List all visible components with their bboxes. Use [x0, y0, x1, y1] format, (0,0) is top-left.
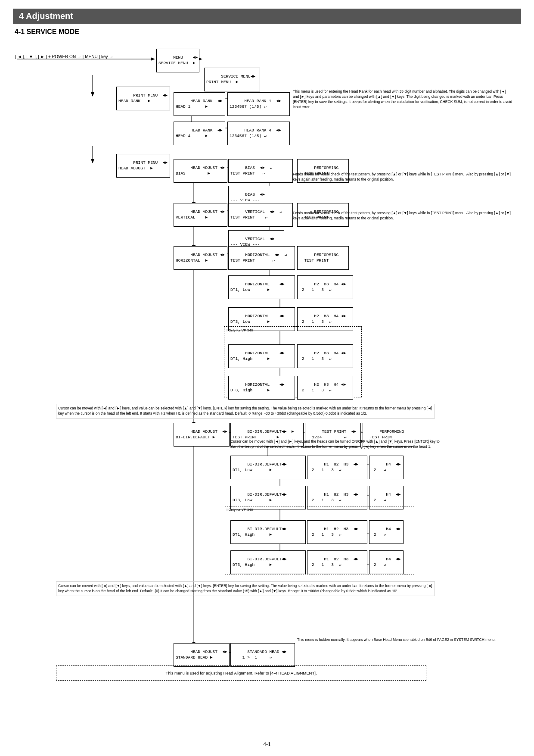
service-menu-text: SERVICE MENU◄►PRINT MENU ► [206, 74, 255, 84]
horiz-h2h3h4-dt3high: H2 H3 H4 ◄► 2 1 3 ↵ [297, 376, 353, 400]
note-bidir-cursor: Cursor can be moved with [◄] and [►] key… [230, 439, 446, 450]
performing-test-print-3: PERFORMING TEST PRINT [297, 246, 349, 270]
horiz-dt3-high-box: HORIZONTAL ◄►DT3, High ► [228, 376, 295, 400]
service-menu-box: SERVICE MENU◄►PRINT MENU ► [204, 68, 260, 91]
bidir-h1h2h3-dt1low-box: H1 H2 H3 ◄► 2 1 3 ↵ [307, 456, 367, 479]
bidir-h1h2h3-dt3high-box: H1 H2 H3 ◄► 2 1 3 ↵ [307, 550, 367, 574]
chapter-header: 4 Adjustment [13, 9, 521, 24]
page-number: 4-1 [263, 741, 270, 747]
head-adjust-bias-box: HEAD ADJUST ◄►BIAS ► [174, 159, 227, 183]
bidir-dt1low-box: BI-DIR.DEFAULT◄►DT1, Low ► [230, 456, 306, 479]
head-rank1-box: HEAD RANK 1 ◄►1234567 (1/5) ↵ [227, 92, 290, 116]
horiz-h2h3h4-dt1low: H2 H3 H4 ◄► 2 1 3 ↵ [297, 275, 353, 299]
chapter-title: 4 Adjustment [19, 11, 73, 21]
section-title: 4-1 SERVICE MODE [15, 28, 521, 36]
power-on-label: [ ◄ ], [ ▼ ], [ ► ] + POWER ON → [ MENU … [15, 54, 113, 60]
bias-test-print-box: BIAS ◄► ↵TEST PRINT ↵ [228, 159, 293, 183]
note-stdhead-bottom-text: This menu is used for adjusting Head Ali… [164, 669, 318, 678]
bidir-h4-dt1high-box: H4 ◄► 2 ↵ [369, 520, 404, 544]
note-bidir-text: Cursor can be moved with [◄] and [▼] key… [58, 584, 432, 593]
svg-marker-1 [151, 57, 155, 61]
note-stdhead-hidden: This menu is hidden normally. It appears… [297, 637, 504, 643]
svg-marker-5 [91, 92, 94, 97]
note-head-rank: This menu is used for entering the Head … [293, 89, 512, 110]
note-horiz-text: Cursor can be moved with [◄] and [►] key… [58, 406, 432, 415]
note-horizontal-cursor: Cursor can be moved with [◄] and [►] key… [56, 404, 435, 419]
head-adjust-bidir-box: HEAD ADJUST ◄►BI-DIR.DEFAULT ► [174, 423, 230, 447]
menu-box: MENU ◄►SERVICE MENU ► [156, 49, 199, 72]
bidir-dt1high-box: BI-DIR.DEFAULT◄►DT1, High ► [230, 520, 306, 544]
print-menu-rank-box: PRINT MENU ◄►HEAD RANK ► [116, 87, 170, 110]
horiz-h2h3h4-dt1high: H2 H3 H4 ◄► 2 1 3 ↵ [297, 344, 353, 368]
note-stdhead-bottom-box: This menu is used for adjusting Head Ali… [56, 665, 426, 681]
svg-marker-15 [91, 159, 94, 163]
vert-test-print-box: VERTICAL ◄► ↵TEST PRINT ↵ [228, 203, 293, 227]
std-head-box: STANDARD HEAD ◄► 1 > 1 ↵ [230, 643, 295, 667]
bidir-h1h2h3-dt1high-box: H1 H2 H3 ◄► 2 1 3 ↵ [307, 520, 367, 544]
diagram-area: [ ◄ ], [ ▼ ], [ ► ] + POWER ON → [ MENU … [13, 43, 521, 724]
horiz-test-print-box: HORIZONTAL ◄► ↵TEST PRINT ↵ [228, 246, 295, 270]
note-bidir-bottom: Cursor can be moved with [◄] and [▼] key… [56, 581, 435, 596]
horiz-dt1-low-box: HORIZONTAL ◄►DT1, Low ► [228, 275, 295, 299]
head-rank4-box: HEAD RANK 4 ◄►1234567 (1/5) ↵ [227, 122, 290, 145]
only-vp540-label-2: ! Only for VP-540 [227, 507, 253, 512]
only-vp540-label-1: ! Only for VP-540 [227, 328, 253, 333]
head-adjust-horiz-box: HEAD ADJUST ◄►HORIZONTAL ► [174, 246, 227, 270]
bidir-h4-dt1low-box: H4 ◄► 2 ↵ [369, 456, 404, 479]
bidir-dt3high-box: BI-DIR.DEFAULT◄►DT3, High ► [230, 550, 306, 574]
head-adjust-vertical-box: HEAD ADJUST ◄►VERTICAL ► [174, 203, 227, 227]
note-bias: Feeds media for visual check of the test… [293, 172, 512, 182]
horiz-dt1-high-box: HORIZONTAL ◄►DT1, High ► [228, 344, 295, 368]
page: 4 Adjustment 4-1 SERVICE MODE [0, 0, 534, 756]
note-vertical: Feeds media for visual check of the test… [293, 211, 512, 221]
head-rank-head4-box: HEAD RANK ◄►HEAD 4 ► [174, 122, 225, 145]
head-rank-head1-box: HEAD RANK ◄►HEAD 1 ► [174, 92, 225, 116]
head-adjust-stdhead-box: HEAD ADJUST ◄►STANDARD HEAD ► [174, 643, 230, 667]
menu-box-text: MENU ◄►SERVICE MENU ► [158, 55, 198, 65]
print-menu-adjust-box: PRINT MENU ◄►HEAD ADJUST ► [116, 154, 170, 178]
bidir-h4-dt3high-box: H4 ◄► 2 ↵ [369, 550, 404, 574]
